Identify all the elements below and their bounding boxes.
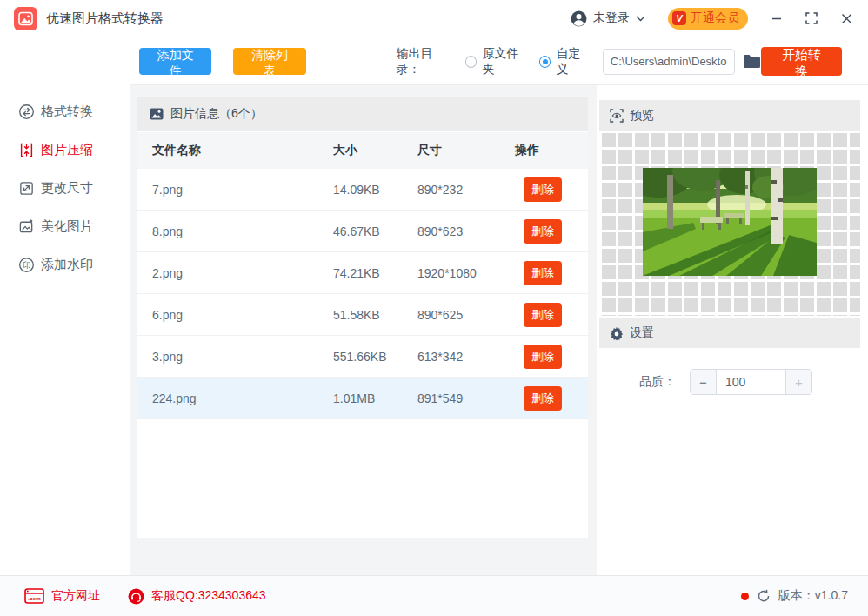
sidebar-item-label: 添加水印 xyxy=(41,257,93,273)
gear-icon xyxy=(610,326,624,340)
cell-filename: 224.png xyxy=(152,392,333,405)
cell-size: 51.58KB xyxy=(333,308,417,322)
sidebar-item-watermark[interactable]: 印 添加水印 xyxy=(0,245,130,284)
status-dot xyxy=(741,593,749,600)
image-info-header: 图片信息（6个） xyxy=(137,97,588,131)
app-logo-icon xyxy=(14,7,37,30)
official-website-link[interactable]: .com 官方网址 xyxy=(24,588,100,604)
cell-filename: 3.png xyxy=(152,350,333,364)
cell-size: 551.66KB xyxy=(333,350,417,364)
table-row[interactable]: 3.png 551.66KB 613*342 删除 xyxy=(137,336,588,378)
add-watermark-icon: 印 xyxy=(18,257,35,273)
quality-input[interactable] xyxy=(717,370,785,394)
app-title: 优速图片格式转换器 xyxy=(46,10,164,27)
statusbar: .com 官方网址 客服QQ:3234303643 版本：v1.0.7 xyxy=(0,575,868,616)
svg-text:.com: .com xyxy=(28,595,41,601)
add-files-button[interactable]: 添加文件 xyxy=(139,48,211,75)
col-header-size: 大小 xyxy=(333,143,417,158)
cell-dims: 613*342 xyxy=(417,350,515,364)
preview-title: 预览 xyxy=(630,108,654,124)
cell-filename: 7.png xyxy=(152,183,333,197)
start-convert-button[interactable]: 开始转换 xyxy=(761,47,842,76)
maximize-button[interactable] xyxy=(798,5,825,31)
col-header-action: 操作 xyxy=(515,143,588,158)
sidebar-item-resize[interactable]: 更改尺寸 xyxy=(0,169,130,207)
preview-eye-icon xyxy=(610,109,624,123)
app-window: 优速图片格式转换器 未登录 V 开通会员 xyxy=(0,0,868,616)
col-header-dims: 尺寸 xyxy=(417,143,515,158)
login-status: 未登录 xyxy=(593,10,630,26)
cell-filename: 2.png xyxy=(152,266,333,280)
radio-circle-checked[interactable] xyxy=(539,56,551,68)
radio-original-folder[interactable]: 原文件夹 xyxy=(465,46,531,77)
version-label: 版本：v1.0.7 xyxy=(778,588,848,604)
delete-button[interactable]: 删除 xyxy=(524,177,562,202)
minimize-icon xyxy=(771,12,783,24)
output-path-input[interactable] xyxy=(603,49,735,75)
cell-dims: 890*623 xyxy=(417,224,515,238)
delete-button[interactable]: 删除 xyxy=(524,303,562,327)
cell-size: 74.21KB xyxy=(333,266,417,280)
preview-header: 预览 xyxy=(599,100,860,131)
right-panel: 预览 xyxy=(597,85,868,575)
preview-canvas xyxy=(599,131,860,316)
file-table-card: 图片信息（6个） 文件名称 大小 尺寸 操作 7.png 14.09KB 890… xyxy=(137,97,588,538)
customer-service-icon xyxy=(128,588,144,605)
table-row[interactable]: 2.png 74.21KB 1920*1080 删除 xyxy=(137,252,588,294)
sidebar-item-label: 格式转换 xyxy=(41,104,93,120)
close-icon xyxy=(841,13,852,24)
cell-dims: 1920*1080 xyxy=(417,266,515,280)
table-row-selected[interactable]: 224.png 1.01MB 891*549 删除 xyxy=(137,378,588,419)
quality-stepper: − + xyxy=(690,369,812,395)
table-row[interactable]: 8.png 46.67KB 890*623 删除 xyxy=(137,211,588,252)
delete-button[interactable]: 删除 xyxy=(524,261,562,285)
format-convert-icon xyxy=(18,104,35,120)
browse-folder-button[interactable] xyxy=(743,54,761,69)
svg-text:印: 印 xyxy=(23,260,30,269)
chevron-down-icon xyxy=(636,16,645,22)
image-info-title: 图片信息（6个） xyxy=(170,106,263,122)
delete-button[interactable]: 删除 xyxy=(524,219,562,244)
table-row[interactable]: 6.png 51.58KB 890*625 删除 xyxy=(137,294,588,336)
login-menu[interactable]: 未登录 xyxy=(571,10,645,27)
main-content: 图片信息（6个） 文件名称 大小 尺寸 操作 7.png 14.09KB 890… xyxy=(130,85,597,575)
cell-filename: 6.png xyxy=(152,308,333,322)
minimize-button[interactable] xyxy=(764,5,790,31)
sidebar-item-label: 图片压缩 xyxy=(41,142,93,158)
toolbar: 添加文件 清除列表 输出目录： 原文件夹 自定义 开始转换 xyxy=(130,38,868,85)
delete-button[interactable]: 删除 xyxy=(524,345,562,369)
sidebar-item-label: 美化图片 xyxy=(41,218,93,235)
quality-decrease-button[interactable]: − xyxy=(691,370,717,394)
quality-label: 品质： xyxy=(639,374,676,390)
settings-title: 设置 xyxy=(630,325,654,341)
cell-dims: 890*625 xyxy=(417,308,515,322)
cell-size: 1.01MB xyxy=(333,392,417,405)
sidebar-item-beautify[interactable]: 美化图片 xyxy=(0,207,130,245)
sidebar: 格式转换 图片压缩 更改尺寸 美化图片 印 添加水印 xyxy=(0,38,130,575)
sidebar-item-image-compress[interactable]: 图片压缩 xyxy=(0,131,130,169)
cell-filename: 8.png xyxy=(152,224,333,238)
radio-circle-unchecked[interactable] xyxy=(465,56,477,68)
image-compress-icon xyxy=(18,142,35,158)
table-header-row: 文件名称 大小 尺寸 操作 xyxy=(137,132,588,169)
radio-custom[interactable]: 自定义 xyxy=(539,46,592,77)
quality-increase-button[interactable]: + xyxy=(785,370,811,394)
clear-list-button[interactable]: 清除列表 xyxy=(233,48,305,75)
close-button[interactable] xyxy=(833,5,859,31)
cell-size: 14.09KB xyxy=(333,183,417,197)
settings-header: 设置 xyxy=(599,318,860,348)
image-info-icon xyxy=(150,108,164,120)
output-dir-label: 输出目录： xyxy=(397,46,457,77)
table-row[interactable]: 7.png 14.09KB 890*232 删除 xyxy=(137,169,588,211)
open-vip-button[interactable]: V 开通会员 xyxy=(668,8,748,30)
resize-icon xyxy=(18,180,35,197)
sidebar-item-format-convert[interactable]: 格式转换 xyxy=(0,92,130,131)
titlebar: 优速图片格式转换器 未登录 V 开通会员 xyxy=(0,0,868,37)
preview-image xyxy=(643,168,817,276)
check-update-icon[interactable] xyxy=(757,589,771,603)
cell-dims: 890*232 xyxy=(417,183,515,197)
col-header-name: 文件名称 xyxy=(152,143,333,158)
customer-service-qq-link[interactable]: 客服QQ:3234303643 xyxy=(128,588,266,605)
vip-badge-icon: V xyxy=(672,11,686,25)
delete-button[interactable]: 删除 xyxy=(524,386,562,411)
